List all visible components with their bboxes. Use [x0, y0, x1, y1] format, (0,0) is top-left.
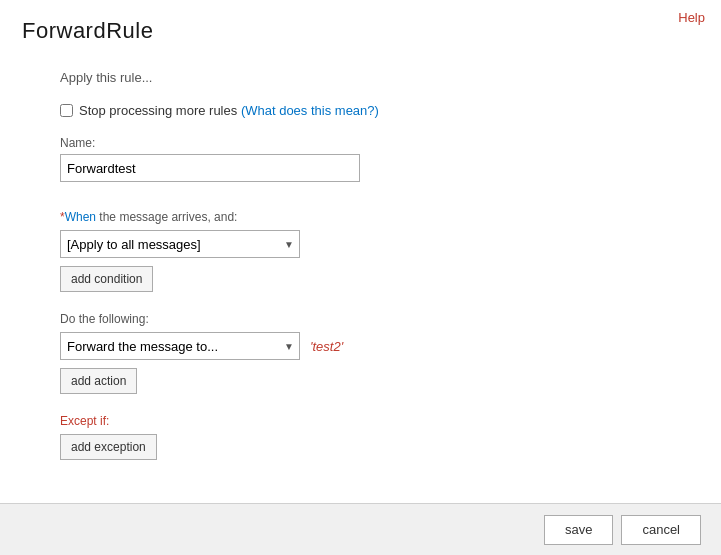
condition-row: [Apply to all messages] From... To... Su… [60, 230, 661, 258]
stop-processing-checkbox[interactable] [60, 104, 73, 117]
main-content: Apply this rule... Stop processing more … [60, 70, 661, 480]
do-following-section: Do the following: Forward the message to… [60, 312, 661, 394]
save-button[interactable]: save [544, 515, 613, 545]
forward-value[interactable]: 'test2' [310, 339, 343, 354]
when-section: *When the message arrives, and: [Apply t… [60, 210, 661, 292]
action-dropdown[interactable]: Forward the message to... Redirect to...… [60, 332, 300, 360]
stop-processing-label: Stop processing more rules (What does th… [79, 103, 379, 118]
bottom-bar: save cancel [0, 503, 721, 555]
condition-dropdown[interactable]: [Apply to all messages] From... To... Su… [60, 230, 300, 258]
action-dropdown-wrapper: Forward the message to... Redirect to...… [60, 332, 300, 360]
add-exception-button[interactable]: add exception [60, 434, 157, 460]
name-section: Name: [60, 136, 661, 196]
condition-dropdown-wrapper: [Apply to all messages] From... To... Su… [60, 230, 300, 258]
stop-processing-row: Stop processing more rules (What does th… [60, 103, 661, 118]
except-if-section: Except if: add exception [60, 414, 661, 460]
except-if-label: Except if: [60, 414, 661, 428]
do-following-label: Do the following: [60, 312, 661, 326]
page-container: Help ForwardRule Apply this rule... Stop… [0, 0, 721, 555]
page-title: ForwardRule [22, 18, 153, 44]
add-condition-button[interactable]: add condition [60, 266, 153, 292]
cancel-button[interactable]: cancel [621, 515, 701, 545]
when-label: *When the message arrives, and: [60, 210, 661, 224]
what-does-mean-link[interactable]: (What does this mean?) [241, 103, 379, 118]
name-input[interactable] [60, 154, 360, 182]
help-link[interactable]: Help [678, 10, 705, 25]
action-row: Forward the message to... Redirect to...… [60, 332, 661, 360]
add-action-button[interactable]: add action [60, 368, 137, 394]
apply-rule-label: Apply this rule... [60, 70, 661, 85]
name-label: Name: [60, 136, 661, 150]
